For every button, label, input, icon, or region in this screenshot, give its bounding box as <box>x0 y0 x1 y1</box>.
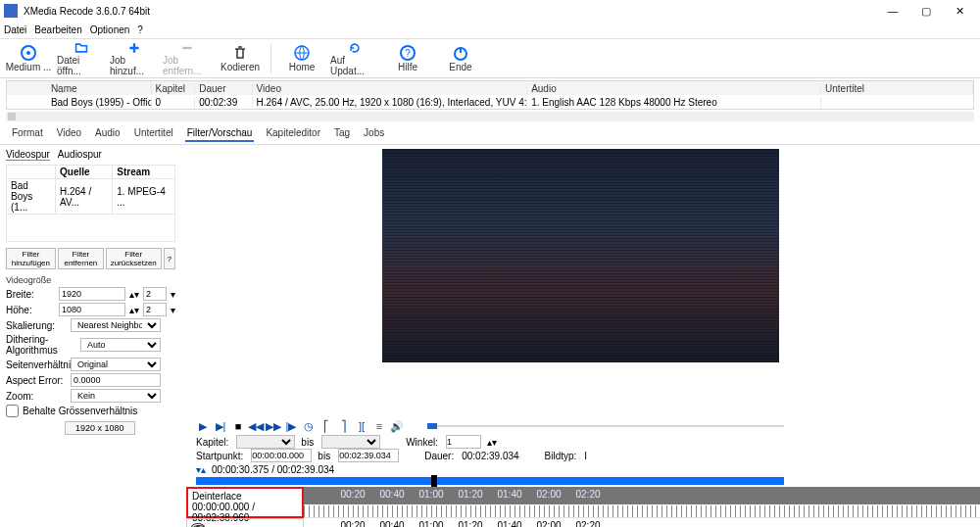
source-row[interactable]: Bad Boys (1...H.264 / AV...1. MPEG-4 ... <box>7 179 175 215</box>
start-label: Startpunkt: <box>196 451 243 461</box>
step-button[interactable]: |▶ <box>284 419 298 433</box>
visibility-icon[interactable] <box>191 523 205 527</box>
maximize-button[interactable]: ▢ <box>909 0 943 22</box>
aspect-error-input[interactable] <box>71 373 161 387</box>
ffwd-button[interactable]: ▶▶ <box>267 419 280 433</box>
subtab-audiospur[interactable]: Audiospur <box>58 149 102 161</box>
tab-tag[interactable]: Tag <box>332 125 352 142</box>
angle-input[interactable] <box>446 435 481 449</box>
toolbar-globe-button[interactable]: Home <box>277 41 326 76</box>
cell-video: H.264 / AVC, 25.00 Hz, 1920 x 1080 (16:9… <box>253 97 528 108</box>
tab-filtervorschau[interactable]: Filter/Vorschau <box>185 125 255 142</box>
clock-icon[interactable]: ◷ <box>302 419 316 433</box>
filter-reset-button[interactable]: Filter zurücksetzen <box>106 248 162 269</box>
tab-audio[interactable]: Audio <box>93 125 122 142</box>
tab-format[interactable]: Format <box>10 125 45 142</box>
track-ruler-1[interactable]: 00:2000:4001:0001:2001:4002:0002:20 <box>304 518 980 527</box>
dimension-button[interactable]: 1920 x 1080 <box>65 421 135 435</box>
subtab-videospur[interactable]: Videospur <box>6 149 50 161</box>
mark-in-button[interactable]: ⎡ <box>319 419 333 433</box>
chapter-to[interactable] <box>321 435 380 449</box>
col-name[interactable]: Name <box>47 83 152 94</box>
height-step[interactable] <box>143 303 167 316</box>
levels-icon[interactable]: ≡ <box>372 419 386 433</box>
chapter-label: Kapitel: <box>196 437 228 448</box>
play-button[interactable]: ▶ <box>196 419 210 433</box>
tab-video[interactable]: Video <box>55 125 83 142</box>
toolbar-refresh-button[interactable]: Auf Updat... <box>330 41 379 76</box>
bracket-button[interactable]: ][ <box>355 419 368 433</box>
aspect-select[interactable]: Original <box>71 358 161 371</box>
col-video[interactable]: Video <box>253 83 528 94</box>
track-label-1[interactable] <box>186 518 304 527</box>
time-readout: 00:00:30.375 / 00:02:39.034 <box>212 464 334 475</box>
col-stream[interactable]: Stream <box>113 166 175 179</box>
toolbar-disc-button[interactable]: Medium ... <box>4 41 53 76</box>
time-toggle-icon[interactable]: ▾▴ <box>196 464 206 475</box>
media-hscroll[interactable] <box>6 112 974 121</box>
height-input[interactable] <box>59 303 125 316</box>
toolbar-help-button[interactable]: ?Hilfe <box>383 41 432 76</box>
end-input[interactable] <box>338 449 399 462</box>
tab-untertitel[interactable]: Untertitel <box>132 125 175 142</box>
dithering-select[interactable]: Auto <box>80 338 161 352</box>
app-icon <box>4 4 18 18</box>
menu-bearbeiten[interactable]: Bearbeiten <box>34 24 81 35</box>
toolbar-trash-button[interactable]: Kodieren <box>216 41 265 76</box>
rewind-button[interactable]: ◀◀ <box>249 419 263 433</box>
media-list: Name Kapitel Dauer Video Audio Untertite… <box>6 80 974 110</box>
next-button[interactable]: ▶| <box>214 419 227 433</box>
keep-ratio-checkbox[interactable] <box>6 405 19 417</box>
close-button[interactable]: ✕ <box>943 0 976 22</box>
width-input[interactable] <box>59 287 125 301</box>
seek-slider[interactable] <box>427 423 784 429</box>
angle-label: Winkel: <box>406 437 438 448</box>
mark-out-button[interactable]: ⎤ <box>337 419 351 433</box>
scaling-select[interactable]: Nearest Neighbor <box>71 318 161 332</box>
svg-text:?: ? <box>405 48 411 59</box>
stop-button[interactable]: ■ <box>231 419 245 433</box>
menu-optionen[interactable]: Optionen <box>90 24 130 35</box>
menu-?[interactable]: ? <box>137 24 143 35</box>
videosize-label: Videogröße <box>6 275 175 285</box>
zoom-select[interactable]: Kein <box>71 389 161 403</box>
cell-name: Bad Boys (1995) - Official Trailer_22... <box>47 97 152 108</box>
toolbar-power-button[interactable]: Ende <box>436 41 485 76</box>
tab-jobs[interactable]: Jobs <box>362 125 386 142</box>
cell-audio: 1. English AAC 128 Kbps 48000 Hz Stereo <box>527 97 821 108</box>
playhead-marker[interactable] <box>431 475 437 487</box>
frametype-value: I <box>584 451 587 461</box>
col-audio[interactable]: Audio <box>527 83 821 94</box>
tab-kapiteleditor[interactable]: Kapiteleditor <box>264 125 322 142</box>
toolbar-plus-button[interactable]: Job hinzuf... <box>110 41 159 76</box>
col-untertitel[interactable]: Untertitel <box>821 83 973 94</box>
track-label-0[interactable]: Deinterlace00:00:00.000 / 00:02:38.960 <box>186 487 304 518</box>
svg-point-1 <box>26 51 30 55</box>
col-quelle[interactable]: Quelle <box>56 166 113 179</box>
source-table: QuelleStream Bad Boys (1...H.264 / AV...… <box>6 165 175 242</box>
chapter-from[interactable] <box>236 435 295 449</box>
duration-value: 00:02:39.034 <box>462 451 518 461</box>
video-preview <box>382 149 779 362</box>
media-row[interactable]: Bad Boys (1995) - Official Trailer_22...… <box>7 95 973 109</box>
filter-add-button[interactable]: Filter hinzufügen <box>6 248 56 269</box>
minimize-button[interactable]: — <box>876 0 909 22</box>
col-kapitel[interactable]: Kapitel <box>152 83 196 94</box>
toolbar-folder-button[interactable]: Datei öffn... <box>57 41 106 76</box>
cell-kapitel: 0 <box>152 97 196 108</box>
window-title: XMedia Recode 3.6.0.7 64bit <box>24 6 876 17</box>
menu-datei[interactable]: Datei <box>4 24 26 35</box>
filter-help-button[interactable]: ? <box>164 248 175 269</box>
audio-icon[interactable]: 🔊 <box>390 419 404 433</box>
filter-remove-button[interactable]: Filter entfernen <box>58 248 104 269</box>
timeline-bar[interactable] <box>196 477 784 485</box>
toolbar-minus-button: Job entfern... <box>163 41 212 76</box>
start-input[interactable] <box>251 449 312 462</box>
width-step[interactable] <box>143 287 167 301</box>
col-dauer[interactable]: Dauer <box>195 83 252 94</box>
track-ruler-0[interactable]: 00:2000:4001:0001:2001:4002:0002:20 <box>304 487 980 518</box>
cell-dauer: 00:02:39 <box>195 97 252 108</box>
